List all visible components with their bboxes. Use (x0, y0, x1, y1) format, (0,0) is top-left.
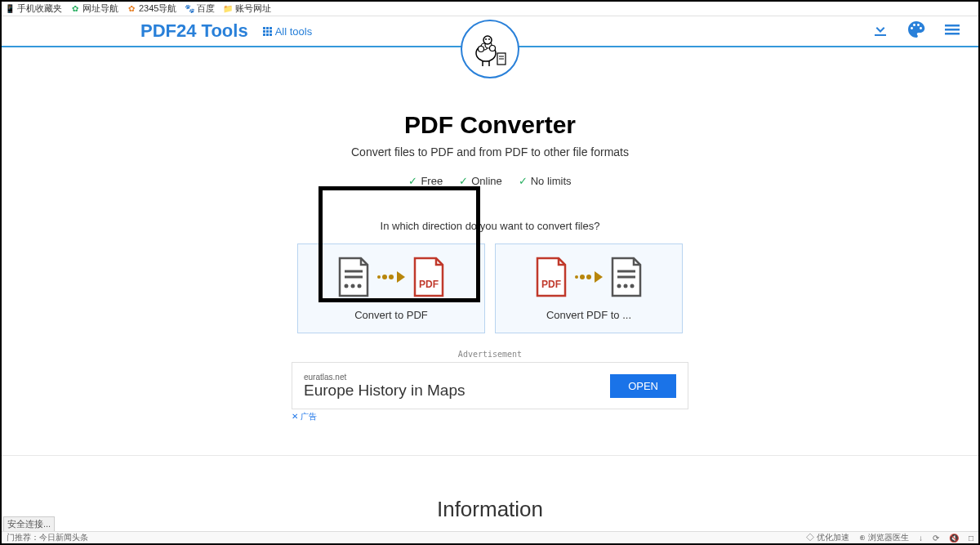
ad-title: Europe History in Maps (304, 382, 465, 400)
bookmarks-bar: 📱手机收藏夹 ✿网址导航 ✿2345导航 🐾百度 📁账号网址 (2, 2, 978, 16)
download-mgr-icon[interactable]: ↓ (919, 534, 923, 543)
feature-free: ✓Free (408, 175, 443, 187)
menu-icon[interactable] (942, 20, 962, 42)
refresh-icon[interactable]: ⟳ (933, 534, 939, 543)
svg-point-5 (483, 36, 492, 44)
mute-icon[interactable]: 🔇 (949, 534, 959, 543)
svg-point-3 (479, 47, 484, 52)
svg-point-23 (624, 284, 628, 288)
bookmark-item[interactable]: ✿2345导航 (127, 2, 176, 15)
bookmark-item[interactable]: 📁账号网址 (223, 2, 271, 15)
nav-icon: ✿ (127, 4, 136, 14)
logo-circle[interactable] (461, 20, 519, 78)
generic-doc-icon (336, 257, 371, 297)
svg-point-15 (345, 284, 349, 288)
bottom-right-icons: ◇ 优化加速 ⊕ 浏览器医生 ↓ ⟳ 🔇 □ (806, 532, 973, 543)
expand-icon[interactable]: □ (969, 534, 973, 543)
ad-banner[interactable]: euratlas.net Europe History in Maps OPEN (292, 362, 688, 409)
browser-bottom-bar: 门推荐：今日新闻头条 ◇ 优化加速 ⊕ 浏览器医生 ↓ ⟳ 🔇 □ (2, 531, 978, 543)
phone-icon: 📱 (5, 4, 15, 14)
ad-open-button[interactable]: OPEN (610, 374, 676, 398)
doctor-link[interactable]: ⊕ 浏览器医生 (859, 532, 909, 543)
direction-question: In which direction do you want to conver… (2, 220, 978, 232)
ad-label: Advertisement (2, 350, 978, 359)
conversion-options: PDF Convert to PDF PDF Convert PDF to ..… (2, 243, 978, 333)
bookmark-item[interactable]: ✿网址导航 (70, 2, 118, 15)
info-section: Information (2, 455, 978, 522)
brand-logo[interactable]: PDF24 Tools (140, 20, 248, 42)
optimize-link[interactable]: ◇ 优化加速 (806, 532, 849, 543)
option-icons: PDF (534, 257, 644, 297)
status-bar: 安全连接... (3, 516, 55, 532)
grid-icon (263, 27, 272, 36)
arrow-icon (575, 271, 603, 283)
feature-nolimits: ✓No limits (519, 175, 572, 187)
header-right (871, 20, 962, 42)
check-icon: ✓ (408, 175, 417, 187)
ad-text: euratlas.net Europe History in Maps (304, 373, 465, 400)
pdf-doc-icon: PDF (534, 257, 568, 297)
svg-point-17 (358, 284, 362, 288)
generic-doc-icon (609, 257, 644, 297)
svg-point-22 (617, 284, 621, 288)
palette-icon[interactable] (906, 20, 926, 42)
features-list: ✓Free ✓Online ✓No limits (2, 175, 978, 187)
all-tools-link[interactable]: All tools (263, 25, 313, 38)
svg-point-7 (488, 38, 490, 40)
download-icon[interactable] (871, 20, 890, 42)
svg-text:PDF: PDF (419, 279, 439, 290)
baidu-icon: 🐾 (185, 4, 194, 14)
convert-from-pdf-card[interactable]: PDF Convert PDF to ... (495, 243, 683, 333)
bottom-recommend[interactable]: 门推荐：今日新闻头条 (7, 532, 88, 543)
svg-text:PDF: PDF (541, 279, 561, 290)
convert-to-pdf-card[interactable]: PDF Convert to PDF (297, 243, 485, 333)
svg-point-24 (630, 284, 635, 288)
bookmark-item[interactable]: 📱手机收藏夹 (5, 2, 62, 15)
nav-icon: ✿ (70, 4, 80, 14)
arrow-icon (377, 271, 405, 283)
ad-domain: euratlas.net (304, 373, 465, 382)
svg-point-4 (490, 46, 496, 51)
page-title: PDF Converter (2, 111, 978, 139)
ad-close-link[interactable]: ✕ 广告 (292, 411, 317, 422)
main-content: PDF Converter Convert files to PDF and f… (2, 47, 978, 522)
feature-online: ✓Online (459, 175, 502, 187)
option-label: Convert to PDF (354, 309, 428, 321)
sheep-logo-icon (470, 29, 510, 69)
info-title: Information (2, 497, 978, 522)
header-left: PDF24 Tools All tools (140, 20, 312, 42)
svg-point-16 (351, 284, 355, 288)
pdf-doc-icon: PDF (412, 257, 446, 297)
folder-icon: 📁 (223, 4, 233, 14)
option-icons: PDF (336, 257, 446, 297)
option-label: Convert PDF to ... (546, 309, 631, 321)
svg-point-6 (485, 38, 487, 40)
check-icon: ✓ (519, 175, 528, 187)
bookmark-item[interactable]: 🐾百度 (185, 2, 215, 15)
page-subtitle: Convert files to PDF and from PDF to oth… (2, 145, 978, 159)
check-icon: ✓ (459, 175, 468, 187)
